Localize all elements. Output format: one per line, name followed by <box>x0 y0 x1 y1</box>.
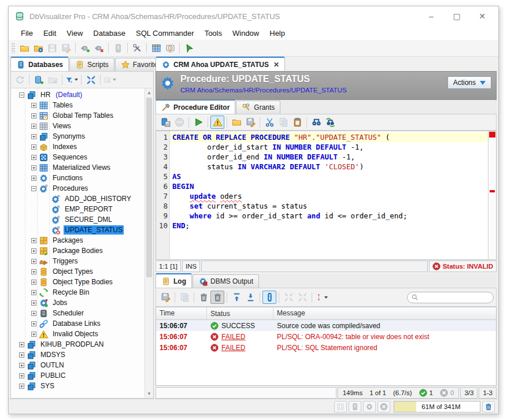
expand-icon[interactable]: + <box>31 176 36 181</box>
open-bookmark-button[interactable] <box>31 42 45 55</box>
tab-grants[interactable]: Grants <box>236 101 280 114</box>
expand-icon[interactable]: + <box>31 259 36 264</box>
expand-icon[interactable]: + <box>31 238 36 243</box>
tree-scrollbar[interactable]: ▲ ▼ <box>145 88 153 398</box>
maximize-button[interactable]: ▢ <box>444 8 469 24</box>
tree-item-procedures[interactable]: −Procedures <box>11 183 145 194</box>
log-row[interactable]: 15:06:07FAILEDPL/SQL: ORA-00942: table o… <box>156 331 496 342</box>
find-replace-button[interactable] <box>323 116 337 129</box>
tool-properties-button[interactable] <box>130 42 144 55</box>
copy-log-button[interactable] <box>177 291 191 304</box>
minimize-button[interactable]: – <box>419 8 444 24</box>
grid-status-button[interactable] <box>334 401 347 412</box>
create-connection-button[interactable] <box>32 73 46 87</box>
tree-item-invalid objects[interactable]: +Invalid Objects <box>11 329 145 339</box>
tree-item-object types[interactable]: +Object Types <box>11 266 145 277</box>
toolbar-grip[interactable] <box>12 43 15 53</box>
tree-item-public[interactable]: +PUBLIC <box>11 370 145 381</box>
expand-icon[interactable]: + <box>31 311 36 316</box>
expand-icon[interactable]: + <box>31 280 36 285</box>
find-button[interactable] <box>309 116 323 129</box>
export-button[interactable] <box>243 116 257 129</box>
tree-item-hr[interactable]: −HR(Default) <box>11 90 145 100</box>
refresh-objects-button[interactable] <box>13 73 27 87</box>
monitor-button[interactable] <box>163 42 177 55</box>
expand-icon[interactable]: + <box>19 352 24 358</box>
copy-button[interactable] <box>276 116 290 129</box>
preview-pane-button[interactable] <box>103 73 117 87</box>
tree-item-jobs[interactable]: +Jobs <box>11 298 145 308</box>
show-errors-button[interactable] <box>210 116 224 129</box>
tree-item-tables[interactable]: +Tables <box>11 100 145 110</box>
col-header-time[interactable]: Time <box>156 307 207 319</box>
tree-item-kihub-prodplan[interactable]: +KIHUB_PRODPLAN <box>11 339 145 350</box>
tree-item-functions[interactable]: +Functions <box>11 173 145 183</box>
tree-item-sequences[interactable]: +Sequences <box>11 152 145 162</box>
tree-item-triggers[interactable]: +Triggers <box>11 256 145 266</box>
menu-file[interactable]: File <box>16 27 38 39</box>
menu-window[interactable]: Window <box>227 27 264 39</box>
expand-icon[interactable]: + <box>19 342 24 347</box>
collapse-icon[interactable]: − <box>19 92 24 98</box>
tab-dbms-output[interactable]: DBMS Output <box>193 274 259 288</box>
actions-button[interactable]: Actions <box>447 76 491 89</box>
tree-item-emp-report[interactable]: EMP_REPORT <box>11 204 145 214</box>
menu-edit[interactable]: Edit <box>38 27 61 39</box>
expand-icon[interactable]: + <box>31 124 36 129</box>
tree-item-indexes[interactable]: +Indexes <box>11 142 145 152</box>
open-file-button[interactable] <box>17 42 31 55</box>
stop-button[interactable]: STOP <box>172 116 186 129</box>
run-button[interactable] <box>182 42 196 55</box>
paste-button[interactable] <box>290 116 304 129</box>
menu-help[interactable]: Help <box>264 27 290 39</box>
tree-item-add-job-history[interactable]: ADD_JOB_HISTORY <box>11 194 145 204</box>
tree-item-package bodies[interactable]: +Package Bodies <box>11 246 145 256</box>
close-button[interactable]: ✕ <box>469 8 495 24</box>
log-row[interactable]: 15:06:07FAILEDPL/SQL: SQL Statement igno… <box>156 342 496 353</box>
scroll-down-icon[interactable]: ▼ <box>145 389 153 398</box>
breadcrumb[interactable]: CRM Ahoa/Schemas/HR/Procedures/UPDATE_ST… <box>180 87 347 94</box>
expand-icon[interactable]: + <box>31 300 36 306</box>
scroll-to-top-button[interactable] <box>230 291 243 304</box>
log-options-button[interactable] <box>314 291 328 304</box>
expand-icon[interactable]: + <box>31 290 36 295</box>
error-marker-icon[interactable] <box>490 190 495 192</box>
tree-item-database links[interactable]: +Database Links <box>11 318 145 329</box>
execute-button[interactable] <box>191 116 205 129</box>
export-log-button[interactable] <box>158 291 172 304</box>
tree-item-secure-dml[interactable]: SECURE_DML <box>11 214 145 225</box>
col-header-status[interactable]: Status <box>207 307 273 319</box>
expand-icon[interactable]: + <box>31 144 36 150</box>
tab-crm-ahoa-update-status[interactable]: CRM Ahoa UPDATE_STATUS ✕ <box>156 57 285 71</box>
save-procedure-button[interactable] <box>158 116 172 129</box>
error-marker-icon[interactable] <box>489 132 495 137</box>
auto-clear-button[interactable] <box>210 291 224 304</box>
scroll-up-icon[interactable]: ▲ <box>145 88 153 97</box>
search-input[interactable] <box>421 294 490 301</box>
menu-tools[interactable]: Tools <box>199 27 227 39</box>
scroll-to-bottom-button[interactable] <box>243 291 257 304</box>
tab-procedure-editor[interactable]: Procedure Editor <box>156 99 235 114</box>
expand-icon[interactable]: + <box>31 332 36 337</box>
tree-item-global temp tables[interactable]: +Global Temp Tables <box>11 110 145 121</box>
expand-icon[interactable]: + <box>31 134 36 139</box>
sql-editor[interactable]: 12345678910 CREATE OR REPLACE PROCEDURE … <box>156 131 497 260</box>
tree-item-materialized views[interactable]: +Materialized Views <box>11 162 145 173</box>
grid-window-button[interactable] <box>149 42 163 55</box>
expand-icon[interactable]: + <box>31 103 36 108</box>
close-tab-icon[interactable]: ✕ <box>273 61 279 69</box>
menu-database[interactable]: Database <box>88 27 131 39</box>
tree-item-recycle bin[interactable]: +Recycle Bin <box>11 287 145 298</box>
disconnect-button[interactable] <box>92 42 106 55</box>
tree-item-outln[interactable]: +OUTLN <box>11 360 145 370</box>
tree-item-sys[interactable]: +SYS <box>11 381 145 391</box>
expand-icon[interactable]: + <box>19 363 24 368</box>
expand-icon[interactable]: + <box>31 165 36 170</box>
expand-icon[interactable]: + <box>31 321 36 326</box>
connect-button[interactable] <box>78 42 92 55</box>
menu-view[interactable]: View <box>61 27 88 39</box>
col-header-message[interactable]: Message <box>273 307 496 319</box>
open-button[interactable] <box>230 116 243 129</box>
tree-item-update-status[interactable]: UPDATE_STATUS <box>11 225 145 235</box>
expand-icon[interactable]: + <box>19 373 24 378</box>
